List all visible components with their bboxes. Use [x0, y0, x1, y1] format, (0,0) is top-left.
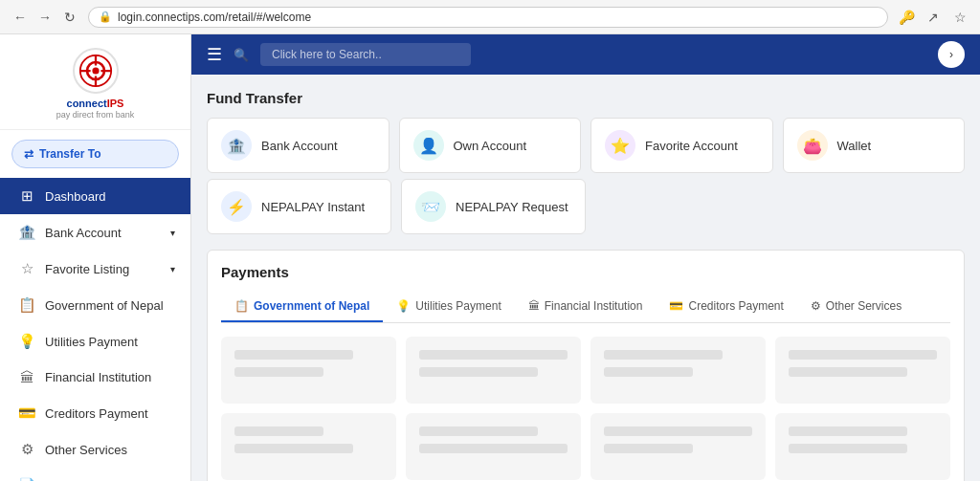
fund-card-nepalpay-request[interactable]: 📨 NEPALPAY Request — [401, 179, 586, 234]
fund-card-label: NEPALPAY Instant — [261, 200, 365, 214]
tab-other-services[interactable]: ⚙ Other Services — [797, 292, 915, 322]
fund-card-label: NEPALPAY Request — [456, 200, 568, 214]
forward-button[interactable]: → — [34, 7, 56, 28]
chevron-right-button[interactable]: › — [938, 41, 965, 68]
skeleton-line — [789, 350, 937, 360]
nepalpay-instant-icon: ⚡ — [221, 191, 252, 222]
transfer-to-button[interactable]: ⇄ Transfer To — [11, 140, 179, 168]
financial-tab-icon: 🏛 — [528, 299, 540, 313]
sidebar-item-government-of-nepal[interactable]: 📋 Government of Nepal — [0, 287, 190, 323]
hamburger-icon[interactable]: ☰ — [207, 44, 222, 65]
own-account-icon: 👤 — [413, 130, 444, 161]
sidebar-item-label: Government of Nepal — [45, 298, 175, 313]
tab-creditors-payment[interactable]: 💳 Creditors Payment — [656, 292, 796, 322]
skeleton-card — [590, 337, 766, 404]
logo-area: connectIPS pay direct from bank — [0, 34, 190, 130]
sidebar-item-other-services[interactable]: ⚙ Other Services — [0, 431, 190, 468]
fund-card-nepalpay-instant[interactable]: ⚡ NEPALPAY Instant — [207, 179, 391, 234]
svg-point-6 — [92, 67, 99, 74]
address-bar[interactable]: 🔒 login.connectips.com/retail/#/welcome — [88, 7, 888, 28]
top-bar: ☰ 🔍 Click here to Search.. › — [191, 34, 980, 75]
sidebar-item-creditors-payment[interactable]: 💳 Creditors Payment — [0, 395, 190, 431]
bookmark-icon[interactable]: ☆ — [949, 7, 970, 28]
financial-icon: 🏛 — [18, 369, 35, 385]
fund-card-bank-account[interactable]: 🏦 Bank Account — [207, 118, 390, 173]
logo-circle — [73, 48, 119, 94]
payments-title: Payments — [221, 264, 950, 280]
page-content: Fund Transfer 🏦 Bank Account 👤 Own Accou… — [191, 75, 980, 481]
fund-card-wallet[interactable]: 👛 Wallet — [783, 118, 966, 173]
tab-label: Utilities Payment — [415, 299, 501, 313]
sidebar-item-label: Utilities Payment — [45, 335, 175, 349]
sidebar-item-dashboard[interactable]: ⊞ Dashboard — [0, 178, 190, 214]
fund-transfer-grid: 🏦 Bank Account 👤 Own Account ⭐ Favorite … — [207, 118, 965, 173]
logo-tagline: pay direct from bank — [56, 110, 135, 120]
tab-government-of-nepal[interactable]: 📋 Government of Nepal — [221, 292, 383, 322]
fund-transfer-title: Fund Transfer — [207, 90, 965, 106]
sidebar-item-financial-institution[interactable]: 🏛 Financial Institution — [0, 360, 190, 395]
skeleton-line — [419, 367, 538, 377]
fund-card-favorite-account[interactable]: ⭐ Favorite Account — [590, 118, 773, 173]
skeleton-line — [789, 426, 907, 436]
skeleton-line — [419, 350, 568, 360]
utilities-tab-icon: 💡 — [396, 299, 411, 313]
skeleton-card — [221, 413, 396, 480]
skeleton-line — [234, 426, 323, 436]
skeleton-line — [789, 367, 907, 377]
transfer-icon: ⇄ — [24, 147, 33, 161]
reload-button[interactable]: ↻ — [59, 7, 80, 28]
skeleton-line — [789, 444, 907, 453]
logo-text: connectIPS — [67, 98, 124, 110]
sidebar-item-bank-account[interactable]: 🏦 Bank Account ▾ — [0, 214, 190, 251]
url-text: login.connectips.com/retail/#/welcome — [118, 11, 311, 24]
app-container: connectIPS pay direct from bank ⇄ Transf… — [0, 34, 980, 481]
back-button[interactable]: ← — [10, 7, 31, 28]
browser-nav: ← → ↻ — [10, 7, 80, 28]
skeleton-card — [221, 337, 396, 404]
lock-icon: 🔒 — [99, 11, 112, 23]
creditors-tab-icon: 💳 — [669, 299, 683, 313]
logo-svg — [78, 54, 113, 88]
search-icon: 🔍 — [234, 48, 249, 62]
utilities-icon: 💡 — [18, 333, 35, 350]
sidebar-item-label: Creditors Payment — [45, 406, 175, 421]
payments-section: Payments 📋 Government of Nepal 💡 Utiliti… — [207, 250, 965, 481]
govt-icon: 📋 — [18, 296, 35, 314]
services-icon: ⚙ — [18, 441, 35, 458]
sidebar-item-favorite-listing[interactable]: ☆ Favorite Listing ▾ — [0, 251, 190, 287]
tab-label: Creditors Payment — [688, 299, 783, 313]
skeleton-line — [419, 444, 568, 453]
skeleton-card — [406, 413, 581, 480]
tab-label: Government of Nepal — [254, 299, 369, 313]
search-input[interactable]: Click here to Search.. — [260, 43, 471, 66]
tab-financial-institution[interactable]: 🏛 Financial Institution — [515, 292, 657, 322]
star-icon: ☆ — [18, 260, 35, 277]
tab-label: Other Services — [826, 299, 902, 313]
tab-label: Financial Institution — [545, 299, 643, 313]
payments-content — [221, 337, 950, 480]
dashboard-icon: ⊞ — [18, 187, 35, 205]
key-icon[interactable]: 🔑 — [896, 7, 917, 28]
fund-card-label: Bank Account — [261, 139, 338, 153]
wallet-icon: 👛 — [797, 130, 828, 161]
govt-tab-icon: 📋 — [234, 299, 249, 313]
payments-tabs: 📋 Government of Nepal 💡 Utilities Paymen… — [221, 292, 950, 323]
skeleton-card — [775, 413, 950, 480]
services-tab-icon: ⚙ — [811, 299, 821, 313]
skeleton-card — [406, 337, 581, 404]
skeleton-line — [234, 367, 323, 377]
tab-utilities-payment[interactable]: 💡 Utilities Payment — [383, 292, 514, 322]
bank-account-icon: 🏦 — [221, 130, 252, 161]
fund-card-label: Own Account — [454, 139, 527, 153]
fund-card-own-account[interactable]: 👤 Own Account — [399, 118, 582, 173]
skeleton-line — [234, 350, 353, 360]
skeleton-line — [604, 426, 752, 436]
skeleton-line — [419, 426, 538, 436]
sidebar-item-utilities-payment[interactable]: 💡 Utilities Payment — [0, 323, 190, 360]
skeleton-line — [604, 444, 693, 453]
share-icon[interactable]: ↗ — [923, 7, 944, 28]
creditors-icon: 💳 — [18, 404, 35, 422]
nepalpay-request-icon: 📨 — [415, 191, 446, 222]
sidebar-item-transaction-history[interactable]: 📄 Transaction History — [0, 468, 190, 481]
skeleton-line — [604, 350, 723, 360]
